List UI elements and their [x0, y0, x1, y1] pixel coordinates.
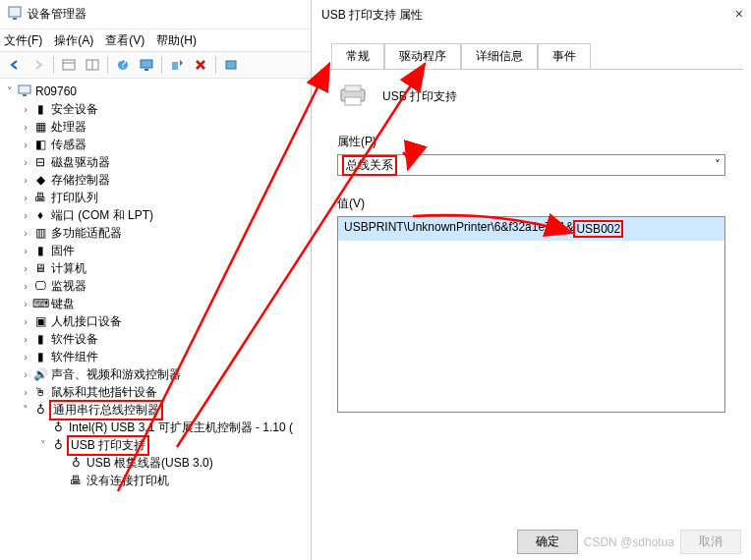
tool-delete-icon[interactable]	[190, 54, 211, 76]
menu-file[interactable]: 文件(F)	[4, 32, 42, 49]
dialog-title-bar: USB 打印支持 属性 ×	[312, 0, 751, 29]
toolbar: ?	[0, 51, 311, 79]
tab-strip: 常规 驱动程序 详细信息 事件	[331, 43, 751, 69]
title-bar: 设备管理器	[0, 0, 311, 29]
menu-view[interactable]: 查看(V)	[105, 32, 144, 49]
usb-icon: ♁	[67, 456, 85, 470]
svg-rect-10	[172, 62, 178, 70]
value-label: 值(V)	[337, 196, 725, 212]
tree-item-sensor[interactable]: ›◧传感器	[0, 136, 311, 153]
tree-item-ports[interactable]: ›♦端口 (COM 和 LPT)	[0, 206, 311, 224]
tree-item-softcomp[interactable]: ›▮软件组件	[0, 348, 311, 365]
tree-item-usbctrl[interactable]: ˅♁通用串行总线控制器	[0, 401, 311, 419]
tree-item-hid[interactable]: ›▣人机接口设备	[0, 312, 311, 330]
mouse-icon: 🖱	[31, 385, 49, 399]
svg-rect-2	[63, 60, 75, 70]
adapter-icon: ▥	[31, 226, 49, 240]
tree-item-noprinter[interactable]: 🖶没有连接打印机	[0, 472, 311, 489]
tree-item-monitor[interactable]: ›🖵监视器	[0, 277, 311, 295]
tree-item-cpu[interactable]: ›▦处理器	[0, 118, 311, 136]
device-header: USB 打印支持	[337, 84, 725, 110]
ok-button[interactable]: 确定	[517, 530, 578, 554]
tree-item-usbroot[interactable]: ♁USB 根集线器(USB 3.0)	[0, 454, 311, 472]
tree-item-security[interactable]: ›▮安全设备	[0, 100, 311, 118]
tree-item-disk[interactable]: ›⊟磁盘驱动器	[0, 153, 311, 171]
svg-rect-9	[144, 69, 148, 71]
forward-button[interactable]	[28, 54, 49, 76]
cancel-button[interactable]: 取消	[680, 530, 741, 554]
printer-icon	[337, 84, 369, 110]
tool-list-icon[interactable]	[82, 54, 103, 76]
menu-action[interactable]: 操作(A)	[54, 32, 93, 49]
separator	[107, 56, 108, 74]
pc-icon: 🖥	[31, 261, 49, 275]
keyboard-icon: ⌨	[31, 297, 49, 310]
port-icon: ♦	[31, 208, 49, 222]
tree-item-keyboard[interactable]: ›⌨键盘	[0, 295, 311, 312]
tab-body: USB 打印支持 属性(P) 总线关系 ˅ 值(V) USBPRINT\Unkn…	[319, 69, 743, 521]
chip-icon: ▮	[31, 102, 49, 116]
printer-icon: 🖶	[31, 191, 49, 204]
svg-rect-12	[19, 85, 30, 93]
svg-rect-16	[345, 97, 361, 105]
svg-rect-11	[226, 61, 236, 69]
tab-general[interactable]: 常规	[331, 43, 384, 70]
tree-item-usbprint[interactable]: ˅♁USB 打印支持	[0, 436, 311, 454]
tree-item-firmware[interactable]: ›▮固件	[0, 242, 311, 259]
tab-events[interactable]: 事件	[538, 43, 591, 70]
tree-item-usbhost[interactable]: ♁Intel(R) USB 3.1 可扩展主机控制器 - 1.10 (	[0, 419, 311, 436]
property-dropdown[interactable]: 总线关系 ˅	[337, 154, 725, 176]
dialog-buttons: 确定 CSDN @sdhotua 取消	[517, 530, 741, 554]
watermark: CSDN @sdhotua	[584, 535, 674, 549]
property-label: 属性(P)	[337, 134, 725, 150]
svg-rect-15	[345, 85, 361, 91]
softdev-icon: ▮	[31, 332, 49, 346]
disk-icon: ⊟	[31, 155, 49, 169]
property-selected: 总线关系	[342, 155, 397, 176]
svg-rect-1	[13, 18, 17, 20]
tab-details[interactable]: 详细信息	[461, 43, 538, 70]
dialog-title: USB 打印支持 属性	[321, 7, 423, 24]
tool-scan-icon[interactable]	[166, 54, 188, 76]
tree-item-computer[interactable]: ›🖥计算机	[0, 259, 311, 277]
menu-help[interactable]: 帮助(H)	[156, 32, 197, 49]
back-button[interactable]	[4, 54, 26, 76]
tree-item-softdev[interactable]: ›▮软件设备	[0, 330, 311, 348]
cpu-icon: ▦	[31, 120, 49, 134]
device-tree[interactable]: ˅R09760 ›▮安全设备 ›▦处理器 ›◧传感器 ›⊟磁盘驱动器 ›◆存储控…	[0, 79, 311, 560]
tree-item-sound[interactable]: ›🔊声音、视频和游戏控制器	[0, 365, 311, 383]
computer-icon	[16, 84, 33, 99]
monitor-icon: 🖵	[31, 279, 49, 293]
window-title: 设备管理器	[28, 6, 87, 23]
tree-item-storage[interactable]: ›◆存储控制器	[0, 171, 311, 189]
value-text-a: USBPRINT\UnknownPrinter\6&f32a1e7&1&	[344, 220, 573, 238]
tree-item-printqueue[interactable]: ›🖶打印队列	[0, 189, 311, 206]
svg-rect-8	[141, 60, 152, 68]
firmware-icon: ▮	[31, 244, 49, 257]
value-listbox[interactable]: USBPRINT\UnknownPrinter\6&f32a1e7&1& USB…	[337, 216, 725, 413]
svg-rect-13	[23, 94, 27, 96]
sound-icon: 🔊	[31, 367, 49, 381]
tool-window-icon[interactable]	[58, 54, 80, 76]
app-icon	[8, 6, 22, 23]
chevron-down-icon: ˅	[715, 158, 721, 172]
device-name: USB 打印支持	[382, 88, 457, 105]
tree-root[interactable]: ˅R09760	[0, 83, 311, 100]
storage-icon: ◆	[31, 173, 49, 187]
svg-rect-0	[9, 7, 21, 17]
value-row[interactable]: USBPRINT\UnknownPrinter\6&f32a1e7&1& USB…	[338, 217, 724, 241]
tool-help-icon[interactable]: ?	[112, 54, 134, 76]
tree-item-adapter[interactable]: ›▥多功能适配器	[0, 224, 311, 242]
close-icon[interactable]: ×	[735, 6, 743, 22]
usb-icon: ♁	[49, 438, 67, 452]
menu-bar: 文件(F) 操作(A) 查看(V) 帮助(H)	[0, 29, 311, 51]
separator	[161, 56, 162, 74]
properties-dialog: USB 打印支持 属性 × 常规 驱动程序 详细信息 事件 USB 打印支持 属…	[312, 0, 751, 560]
usb-icon: ♁	[49, 420, 67, 434]
tree-item-mouse[interactable]: ›🖱鼠标和其他指针设备	[0, 383, 311, 401]
tab-driver[interactable]: 驱动程序	[384, 43, 461, 70]
tool-refresh-icon[interactable]	[220, 54, 242, 76]
usb-icon: ♁	[31, 403, 49, 417]
sensor-icon: ◧	[31, 138, 49, 151]
tool-screen-icon[interactable]	[136, 54, 157, 76]
